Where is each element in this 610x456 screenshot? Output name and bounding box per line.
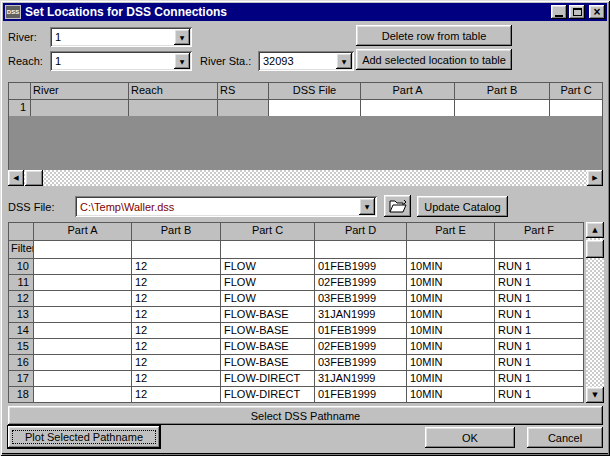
pathname-cell[interactable]: 01FEB1999 [315, 259, 407, 275]
pathname-cell[interactable] [34, 371, 132, 387]
pathname-cell[interactable]: 10MIN [407, 387, 495, 403]
plot-selected-pathname-button[interactable]: Plot Selected Pathname [8, 426, 160, 448]
pathname-cell[interactable]: 12 [132, 355, 221, 371]
pathname-cell[interactable]: 12 [132, 307, 221, 323]
pathname-cell[interactable]: RUN 1 [495, 371, 584, 387]
ok-button[interactable]: OK [425, 427, 515, 448]
add-location-button[interactable]: Add selected location to table [356, 49, 512, 70]
vscroll-thumb[interactable] [586, 240, 604, 258]
pathname-cell[interactable]: RUN 1 [495, 387, 584, 403]
location-cell[interactable] [269, 100, 361, 117]
pathname-cell[interactable]: 31JAN1999 [315, 371, 407, 387]
pathname-cell[interactable]: RUN 1 [495, 259, 584, 275]
pathname-cell[interactable]: RUN 1 [495, 355, 584, 371]
river-sta-combobox[interactable]: 32093 ▼ [258, 51, 354, 71]
pathname-cell[interactable]: 10MIN [407, 291, 495, 307]
pathname-cell[interactable] [34, 307, 132, 323]
river-combobox[interactable]: 1 ▼ [50, 27, 192, 47]
location-cell[interactable] [455, 100, 550, 117]
location-cell[interactable] [31, 100, 129, 117]
pathname-cell[interactable]: FLOW [221, 259, 315, 275]
hscroll-thumb[interactable] [25, 170, 43, 186]
pathname-cell[interactable]: 10MIN [407, 307, 495, 323]
pathname-cell[interactable]: 12 [132, 371, 221, 387]
select-dss-pathname-button[interactable]: Select DSS Pathname [8, 406, 603, 425]
river-sta-dropdown-arrow-icon[interactable]: ▼ [336, 53, 352, 69]
delete-row-button[interactable]: Delete row from table [356, 25, 512, 46]
pathname-cell[interactable] [34, 259, 132, 275]
pathname-cell[interactable]: FLOW-BASE [221, 339, 315, 355]
pathname-cell[interactable]: 10MIN [407, 259, 495, 275]
pathname-column-header: Part B [132, 223, 221, 241]
dss-file-dropdown-arrow-icon[interactable]: ▼ [359, 198, 375, 215]
filter-cell[interactable] [132, 241, 221, 259]
pathname-cell[interactable]: 12 [132, 291, 221, 307]
pathname-table-row: 1212FLOW03FEB199910MINRUN 1 [9, 291, 584, 307]
maximize-button[interactable] [569, 5, 585, 19]
filter-cell[interactable] [407, 241, 495, 259]
pathname-column-header: Part D [315, 223, 407, 241]
locations-hscrollbar[interactable]: ◀ ▶ [8, 170, 603, 186]
pathname-cell[interactable]: 12 [132, 339, 221, 355]
row-number: 13 [9, 307, 34, 323]
dss-file-path: C:\Temp\Waller.dss [80, 201, 359, 213]
location-cell[interactable] [550, 100, 603, 117]
pathname-cell[interactable]: 31JAN1999 [315, 307, 407, 323]
pathname-vscrollbar[interactable]: ▲ ▼ [586, 222, 604, 403]
scroll-down-button[interactable]: ▼ [586, 387, 604, 403]
filter-cell[interactable] [495, 241, 584, 259]
pathname-cell[interactable] [34, 387, 132, 403]
scroll-right-button[interactable]: ▶ [587, 170, 603, 186]
pathname-cell[interactable]: FLOW-DIRECT [221, 387, 315, 403]
location-cell[interactable] [218, 100, 269, 117]
pathname-cell[interactable]: 10MIN [407, 323, 495, 339]
scroll-up-button[interactable]: ▲ [586, 222, 604, 238]
location-cell[interactable] [129, 100, 218, 117]
pathname-cell[interactable]: FLOW-BASE [221, 307, 315, 323]
pathname-cell[interactable]: 01FEB1999 [315, 387, 407, 403]
pathname-cell[interactable]: 12 [132, 387, 221, 403]
pathname-cell[interactable]: FLOW-DIRECT [221, 371, 315, 387]
filter-cell[interactable] [315, 241, 407, 259]
dss-file-combobox[interactable]: C:\Temp\Waller.dss ▼ [75, 196, 377, 217]
pathname-cell[interactable]: FLOW-BASE [221, 355, 315, 371]
scroll-left-button[interactable]: ◀ [8, 170, 24, 186]
pathname-cell[interactable]: FLOW [221, 275, 315, 291]
dss-app-icon: DSS [5, 5, 21, 19]
pathname-cell[interactable] [34, 291, 132, 307]
pathname-cell[interactable]: RUN 1 [495, 339, 584, 355]
river-dropdown-arrow-icon[interactable]: ▼ [174, 29, 190, 45]
pathname-cell[interactable]: 12 [132, 259, 221, 275]
filter-cell[interactable] [34, 241, 132, 259]
pathname-cell[interactable] [34, 323, 132, 339]
pathname-cell[interactable]: RUN 1 [495, 307, 584, 323]
pathname-cell[interactable]: 10MIN [407, 355, 495, 371]
pathname-cell[interactable]: 01FEB1999 [315, 323, 407, 339]
close-button[interactable]: × [589, 5, 605, 19]
location-cell[interactable] [361, 100, 455, 117]
browse-dss-file-button[interactable] [384, 195, 411, 217]
reach-dropdown-arrow-icon[interactable]: ▼ [174, 53, 190, 69]
pathname-cell[interactable]: 12 [132, 275, 221, 291]
pathname-cell[interactable]: FLOW [221, 291, 315, 307]
pathname-cell[interactable] [34, 275, 132, 291]
minimize-button[interactable] [551, 5, 567, 19]
pathname-cell[interactable]: 10MIN [407, 371, 495, 387]
pathname-cell[interactable] [34, 355, 132, 371]
pathname-cell[interactable]: 10MIN [407, 275, 495, 291]
pathname-cell[interactable]: RUN 1 [495, 291, 584, 307]
pathname-cell[interactable]: FLOW-BASE [221, 323, 315, 339]
pathname-cell[interactable]: 03FEB1999 [315, 355, 407, 371]
cancel-button[interactable]: Cancel [527, 427, 603, 448]
pathname-cell[interactable] [34, 339, 132, 355]
pathname-cell[interactable]: 02FEB1999 [315, 275, 407, 291]
filter-cell[interactable] [221, 241, 315, 259]
pathname-cell[interactable]: 02FEB1999 [315, 339, 407, 355]
pathname-cell[interactable]: 03FEB1999 [315, 291, 407, 307]
reach-combobox[interactable]: 1 ▼ [50, 51, 192, 71]
update-catalog-button[interactable]: Update Catalog [417, 196, 508, 217]
pathname-cell[interactable]: 12 [132, 323, 221, 339]
pathname-cell[interactable]: 10MIN [407, 339, 495, 355]
pathname-cell[interactable]: RUN 1 [495, 323, 584, 339]
pathname-cell[interactable]: RUN 1 [495, 275, 584, 291]
